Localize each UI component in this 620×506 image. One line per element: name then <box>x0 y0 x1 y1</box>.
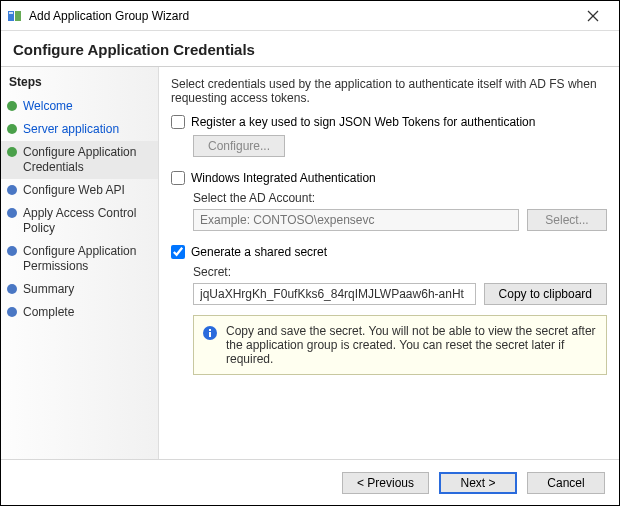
window-title: Add Application Group Wizard <box>29 9 573 23</box>
steps-sidebar: Steps Welcome Server application Configu… <box>1 67 159 459</box>
copy-secret-button[interactable]: Copy to clipboard <box>484 283 607 305</box>
app-icon <box>7 8 23 24</box>
step-label: Welcome <box>23 99 73 114</box>
wizard-footer: < Previous Next > Cancel <box>1 459 619 505</box>
configure-jwt-button[interactable]: Configure... <box>193 135 285 157</box>
step-bullet-icon <box>7 185 17 195</box>
step-summary[interactable]: Summary <box>1 278 158 301</box>
previous-button[interactable]: < Previous <box>342 472 429 494</box>
cancel-button[interactable]: Cancel <box>527 472 605 494</box>
shared-secret-checkbox[interactable] <box>171 245 185 259</box>
step-bullet-icon <box>7 307 17 317</box>
register-jwt-label: Register a key used to sign JSON Web Tok… <box>191 115 535 129</box>
svg-rect-6 <box>209 332 211 337</box>
info-icon <box>202 325 218 344</box>
step-configure-credentials[interactable]: Configure Application Credentials <box>1 141 158 179</box>
svg-rect-2 <box>9 12 13 14</box>
step-configure-permissions[interactable]: Configure Application Permissions <box>1 240 158 278</box>
main-panel: Select credentials used by the applicati… <box>159 67 619 459</box>
close-button[interactable] <box>573 2 613 30</box>
next-button[interactable]: Next > <box>439 472 517 494</box>
step-bullet-icon <box>7 124 17 134</box>
shared-secret-label: Generate a shared secret <box>191 245 327 259</box>
register-jwt-checkbox[interactable] <box>171 115 185 129</box>
step-label: Complete <box>23 305 74 320</box>
wia-label: Windows Integrated Authentication <box>191 171 376 185</box>
wizard-window: Add Application Group Wizard Configure A… <box>0 0 620 506</box>
step-server-application[interactable]: Server application <box>1 118 158 141</box>
step-access-control-policy[interactable]: Apply Access Control Policy <box>1 202 158 240</box>
ad-account-input[interactable] <box>193 209 519 231</box>
secret-info-box: Copy and save the secret. You will not b… <box>193 315 607 375</box>
step-bullet-icon <box>7 101 17 111</box>
step-complete[interactable]: Complete <box>1 301 158 324</box>
page-title: Configure Application Credentials <box>13 41 607 58</box>
wia-section: Windows Integrated Authentication Select… <box>171 171 607 231</box>
step-bullet-icon <box>7 246 17 256</box>
register-jwt-section: Register a key used to sign JSON Web Tok… <box>171 115 607 157</box>
step-label: Summary <box>23 282 74 297</box>
close-icon <box>587 10 599 22</box>
wizard-header: Configure Application Credentials <box>1 31 619 67</box>
secret-input[interactable] <box>193 283 476 305</box>
wia-checkbox[interactable] <box>171 171 185 185</box>
step-label: Apply Access Control Policy <box>23 206 152 236</box>
step-bullet-icon <box>7 284 17 294</box>
step-label: Configure Application Permissions <box>23 244 152 274</box>
step-bullet-icon <box>7 147 17 157</box>
select-ad-account-button[interactable]: Select... <box>527 209 607 231</box>
step-label: Configure Web API <box>23 183 125 198</box>
secret-sublabel: Secret: <box>193 265 607 279</box>
titlebar: Add Application Group Wizard <box>1 1 619 31</box>
steps-title: Steps <box>1 73 158 95</box>
step-bullet-icon <box>7 208 17 218</box>
svg-rect-7 <box>209 329 211 331</box>
step-label: Configure Application Credentials <box>23 145 152 175</box>
secret-info-text: Copy and save the secret. You will not b… <box>226 324 598 366</box>
step-list: Welcome Server application Configure App… <box>1 95 158 324</box>
wia-sublabel: Select the AD Account: <box>193 191 607 205</box>
step-label: Server application <box>23 122 119 137</box>
shared-secret-section: Generate a shared secret Secret: Copy to… <box>171 245 607 375</box>
intro-text: Select credentials used by the applicati… <box>171 77 607 105</box>
svg-rect-1 <box>15 11 21 21</box>
step-configure-web-api[interactable]: Configure Web API <box>1 179 158 202</box>
step-welcome[interactable]: Welcome <box>1 95 158 118</box>
